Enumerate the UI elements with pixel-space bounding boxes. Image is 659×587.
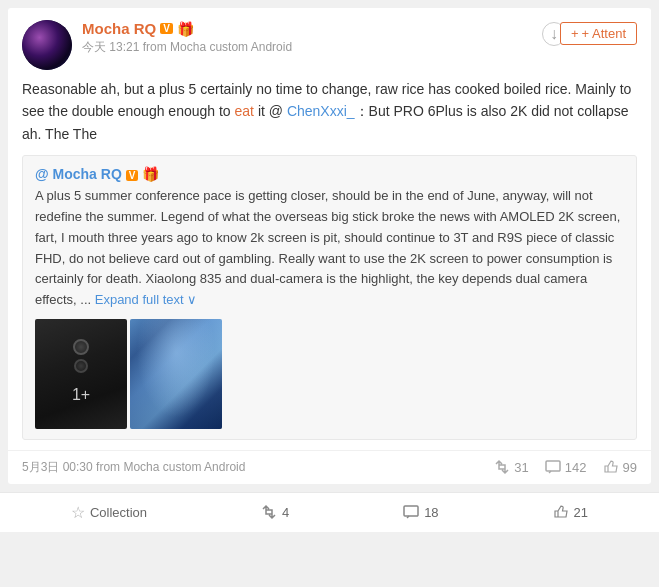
verified-badge: V — [160, 23, 173, 34]
post-content: Reasonable ah, but a plus 5 certainly no… — [8, 78, 651, 155]
bottom-comment-count: 18 — [424, 505, 438, 520]
camera-lens-1 — [73, 339, 89, 355]
bottom-comment-icon — [403, 504, 419, 520]
chevron-down-icon: ∨ — [187, 292, 197, 307]
emoji-icon: 🎁 — [177, 21, 194, 37]
comment-count: 142 — [565, 460, 587, 475]
repost-header: @ Mocha RQ V 🎁 — [35, 166, 624, 182]
camera-lens-2 — [74, 359, 88, 373]
repost-badge-v: V — [126, 170, 139, 181]
collection-action[interactable]: ☆ Collection — [71, 503, 147, 522]
repost-icon — [494, 459, 510, 475]
post-footer-meta: 5月3日 00:30 from Mocha custom Android — [22, 459, 245, 476]
camera-module — [73, 339, 89, 373]
footer-actions: 31 142 99 — [494, 459, 637, 475]
star-icon: ☆ — [71, 503, 85, 522]
forward-count: 4 — [282, 505, 289, 520]
bottom-bar: ☆ Collection 4 18 21 — [0, 492, 659, 532]
comment-action[interactable]: 142 — [545, 459, 587, 475]
repost-username[interactable]: @ Mocha RQ — [35, 166, 122, 182]
attent-button[interactable]: + + Attent — [560, 22, 637, 45]
repost-content: A plus 5 summer conference pace is getti… — [35, 186, 624, 311]
attent-label: + Attent — [582, 26, 626, 41]
avatar[interactable] — [22, 20, 72, 70]
post-card: Mocha RQ V 🎁 今天 13:21 from Mocha custom … — [8, 8, 651, 484]
post-header: Mocha RQ V 🎁 今天 13:21 from Mocha custom … — [8, 8, 651, 78]
username[interactable]: Mocha RQ — [82, 20, 156, 37]
highlight-eat: eat — [235, 103, 254, 119]
like-action[interactable]: 99 — [603, 459, 637, 475]
svg-rect-0 — [546, 461, 560, 471]
bottom-like-count: 21 — [574, 505, 588, 520]
bottom-like-action[interactable]: 21 — [553, 504, 588, 520]
repost-count: 31 — [514, 460, 528, 475]
bottom-comment-action[interactable]: 18 — [403, 504, 438, 520]
repost-action[interactable]: 31 — [494, 459, 528, 475]
expand-text-link[interactable]: Expand full text ∨ — [95, 292, 198, 307]
collection-label: Collection — [90, 505, 147, 520]
like-count: 99 — [623, 460, 637, 475]
images-row: 1+ — [35, 319, 624, 429]
comment-icon — [545, 459, 561, 475]
svg-rect-1 — [404, 506, 418, 516]
mention-link[interactable]: ChenXxxi_ — [287, 103, 355, 119]
bottom-like-icon — [553, 504, 569, 520]
forward-action[interactable]: 4 — [261, 504, 289, 520]
repost-block: @ Mocha RQ V 🎁 A plus 5 summer conferenc… — [22, 155, 637, 440]
forward-icon — [261, 504, 277, 520]
image-phone-back[interactable]: 1+ — [35, 319, 127, 429]
image-phone-screen[interactable] — [130, 319, 222, 429]
plus-icon: + — [571, 26, 579, 41]
post-footer: 5月3日 00:30 from Mocha custom Android 31 … — [8, 450, 651, 484]
repost-emoji: 🎁 — [142, 166, 159, 182]
brand-logo: 1+ — [72, 386, 90, 404]
like-icon — [603, 459, 619, 475]
screen-overlay — [130, 319, 222, 429]
